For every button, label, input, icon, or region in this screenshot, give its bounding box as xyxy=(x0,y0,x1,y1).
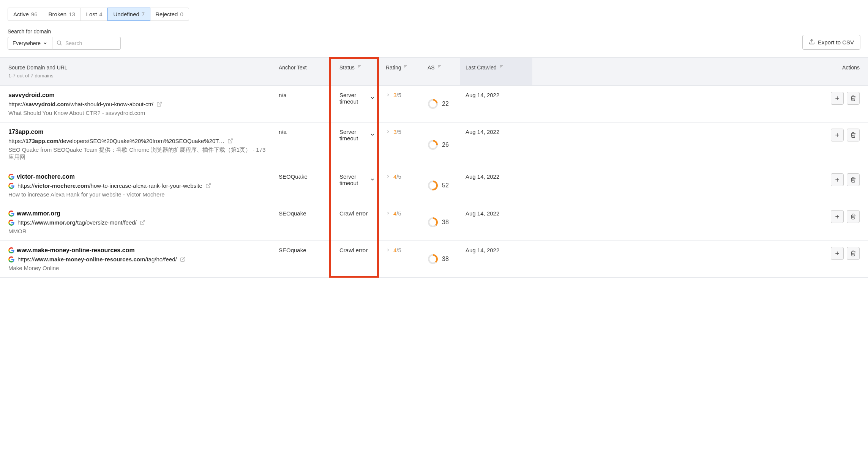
column-header-as[interactable]: AS xyxy=(422,58,460,85)
source-url[interactable]: https://www.make-money-online-resources.… xyxy=(17,256,177,262)
domain-name[interactable]: www.mmor.org xyxy=(17,210,60,217)
search-scope-value: Everywhere xyxy=(13,40,41,46)
rating-value: 4/5 xyxy=(393,173,401,180)
status-value[interactable]: Server timeout xyxy=(339,129,375,141)
chevron-right-icon[interactable] xyxy=(386,247,390,253)
domain-count-label: 1-7 out of 7 domains xyxy=(8,73,54,79)
source-url[interactable]: https://savvydroid.com/what-should-you-k… xyxy=(8,101,153,107)
chevron-right-icon[interactable] xyxy=(386,92,390,98)
as-ring-icon xyxy=(428,140,438,150)
add-button[interactable] xyxy=(831,210,844,223)
tab-broken[interactable]: Broken13 xyxy=(43,8,81,20)
source-url[interactable]: https://www.mmor.org/tag/oversize-mont/f… xyxy=(17,219,137,226)
as-value: 38 xyxy=(442,256,449,262)
external-link-icon[interactable] xyxy=(140,220,145,225)
status-value[interactable]: Server timeout xyxy=(339,92,375,105)
status-tabs: Active96Broken13Lost4Undefined7Rejected0 xyxy=(8,8,189,21)
external-link-icon[interactable] xyxy=(156,101,162,107)
chevron-right-icon[interactable] xyxy=(386,129,390,135)
column-header-anchor: Anchor Text xyxy=(273,58,334,85)
external-link-icon[interactable] xyxy=(205,183,211,189)
source-url[interactable]: https://173app.com/developers/SEO%20Quak… xyxy=(8,138,224,144)
status-value: Crawl error xyxy=(339,210,375,217)
svg-line-20 xyxy=(230,139,233,141)
svg-line-30 xyxy=(142,220,145,223)
page-title: How to increase Alexa Rank for your webs… xyxy=(8,191,268,198)
rating-value: 3/5 xyxy=(393,92,401,98)
add-button[interactable] xyxy=(831,92,844,105)
tab-count: 7 xyxy=(142,11,145,17)
backlinks-table: Source Domain and URL 1-7 out of 7 domai… xyxy=(0,57,868,278)
export-icon xyxy=(809,39,815,46)
as-value: 38 xyxy=(442,219,449,226)
tab-label: Active xyxy=(13,11,29,17)
page-title: MMOR xyxy=(8,228,268,234)
delete-button[interactable] xyxy=(847,247,860,260)
chevron-down-icon xyxy=(43,41,47,46)
column-header-crawled[interactable]: Last Crawled xyxy=(460,58,532,85)
domain-name[interactable]: 173app.com xyxy=(8,129,43,135)
add-button[interactable] xyxy=(831,247,844,260)
status-value[interactable]: Server timeout xyxy=(339,173,375,186)
anchor-text: n/a xyxy=(273,129,334,161)
chevron-right-icon[interactable] xyxy=(386,210,390,217)
table-row: 173app.comhttps://173app.com/developers/… xyxy=(0,123,868,167)
chevron-down-icon[interactable] xyxy=(370,177,375,183)
tab-label: Undefined xyxy=(113,11,139,17)
column-header-rating[interactable]: Rating xyxy=(380,58,422,85)
as-ring-icon xyxy=(428,217,438,228)
add-button[interactable] xyxy=(831,173,844,186)
sort-icon xyxy=(499,64,503,69)
delete-button[interactable] xyxy=(847,129,860,141)
svg-point-0 xyxy=(57,41,61,44)
chevron-down-icon[interactable] xyxy=(370,95,375,102)
tab-count: 0 xyxy=(180,11,183,17)
page-title: What Should You Know About CTR? - savvyd… xyxy=(8,110,268,116)
tab-rejected[interactable]: Rejected0 xyxy=(150,8,189,20)
tab-label: Lost xyxy=(86,11,97,17)
tab-count: 96 xyxy=(31,11,38,17)
external-link-icon[interactable] xyxy=(227,138,233,144)
sort-icon xyxy=(403,64,408,69)
search-scope-dropdown[interactable]: Everywhere xyxy=(8,37,52,50)
table-row: www.make-money-online-resources.comhttps… xyxy=(0,241,868,278)
svg-line-25 xyxy=(208,184,210,186)
external-link-icon[interactable] xyxy=(180,256,186,262)
tab-undefined[interactable]: Undefined7 xyxy=(107,8,150,21)
anchor-text: SEOquake xyxy=(273,247,334,271)
delete-button[interactable] xyxy=(847,173,860,186)
tab-label: Rejected xyxy=(155,11,178,17)
svg-line-1 xyxy=(60,44,62,45)
rating-value: 3/5 xyxy=(393,129,401,135)
tab-count: 13 xyxy=(69,11,75,17)
tab-lost[interactable]: Lost4 xyxy=(81,8,108,20)
delete-button[interactable] xyxy=(847,92,860,105)
tab-active[interactable]: Active96 xyxy=(8,8,43,20)
domain-name[interactable]: www.make-money-online-resources.com xyxy=(17,247,135,254)
table-row: victor-mochere.comhttps://victor-mochere… xyxy=(0,167,868,204)
export-csv-button[interactable]: Export to CSV xyxy=(802,35,860,50)
search-icon xyxy=(56,40,62,47)
sort-icon xyxy=(357,64,361,69)
column-header-domain: Source Domain and URL 1-7 out of 7 domai… xyxy=(0,58,273,85)
chevron-right-icon[interactable] xyxy=(386,173,390,180)
as-value: 26 xyxy=(442,141,449,148)
chevron-down-icon[interactable] xyxy=(370,132,375,138)
last-crawled: Aug 14, 2022 xyxy=(460,92,532,116)
as-ring-icon xyxy=(428,254,438,264)
sort-icon xyxy=(437,64,442,69)
column-header-status[interactable]: Status xyxy=(334,58,380,85)
table-row: www.mmor.orghttps://www.mmor.org/tag/ove… xyxy=(0,204,868,241)
add-button[interactable] xyxy=(831,129,844,141)
delete-button[interactable] xyxy=(847,210,860,223)
domain-name[interactable]: savvydroid.com xyxy=(8,92,55,99)
anchor-text: SEOQuake xyxy=(273,173,334,198)
source-url[interactable]: https://victor-mochere.com/how-to-increa… xyxy=(17,182,202,189)
last-crawled: Aug 14, 2022 xyxy=(460,173,532,198)
search-input[interactable] xyxy=(65,40,117,46)
as-value: 22 xyxy=(442,101,449,107)
anchor-text: SEOquake xyxy=(273,210,334,234)
domain-name[interactable]: victor-mochere.com xyxy=(17,173,75,180)
export-label: Export to CSV xyxy=(818,39,854,46)
tab-count: 4 xyxy=(99,11,102,17)
